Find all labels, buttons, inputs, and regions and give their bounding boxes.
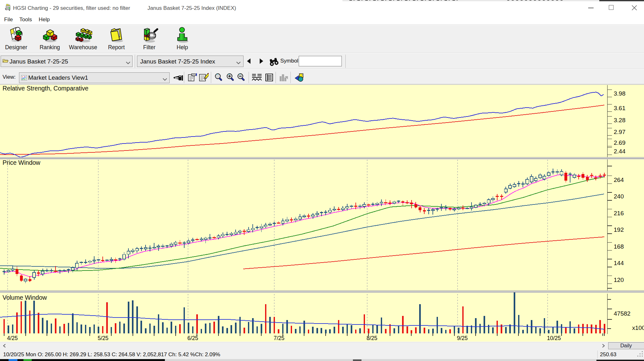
- svg-text:4/25: 4/25: [7, 335, 18, 341]
- svg-text:47582: 47582: [614, 310, 631, 317]
- svg-text:10/25: 10/25: [547, 335, 561, 341]
- svg-text:Volume Window: Volume Window: [3, 294, 47, 301]
- svg-text:9/25: 9/25: [457, 335, 468, 341]
- svg-text:5/25: 5/25: [98, 335, 108, 341]
- svg-text:168: 168: [614, 243, 624, 250]
- svg-text:264: 264: [614, 177, 624, 183]
- svg-text:144: 144: [614, 260, 624, 266]
- svg-text:2.69: 2.69: [614, 139, 626, 146]
- svg-text:2.97: 2.97: [614, 129, 626, 135]
- svg-text:216: 216: [614, 210, 624, 217]
- svg-text:3.28: 3.28: [614, 117, 626, 124]
- svg-text:2.44: 2.44: [614, 148, 626, 155]
- svg-text:3.98: 3.98: [614, 90, 626, 97]
- svg-text:3.61: 3.61: [614, 105, 626, 111]
- svg-text:120: 120: [614, 277, 624, 283]
- svg-text:7/25: 7/25: [274, 335, 284, 341]
- svg-text:Relative Strength, Comparative: Relative Strength, Comparative: [3, 85, 88, 92]
- svg-text:x100: x100: [632, 324, 644, 331]
- svg-text:6/25: 6/25: [187, 335, 198, 341]
- svg-text:Price Window: Price Window: [3, 159, 41, 166]
- svg-text:240: 240: [614, 193, 624, 200]
- svg-text:192: 192: [614, 226, 624, 233]
- svg-text:8/25: 8/25: [367, 335, 377, 341]
